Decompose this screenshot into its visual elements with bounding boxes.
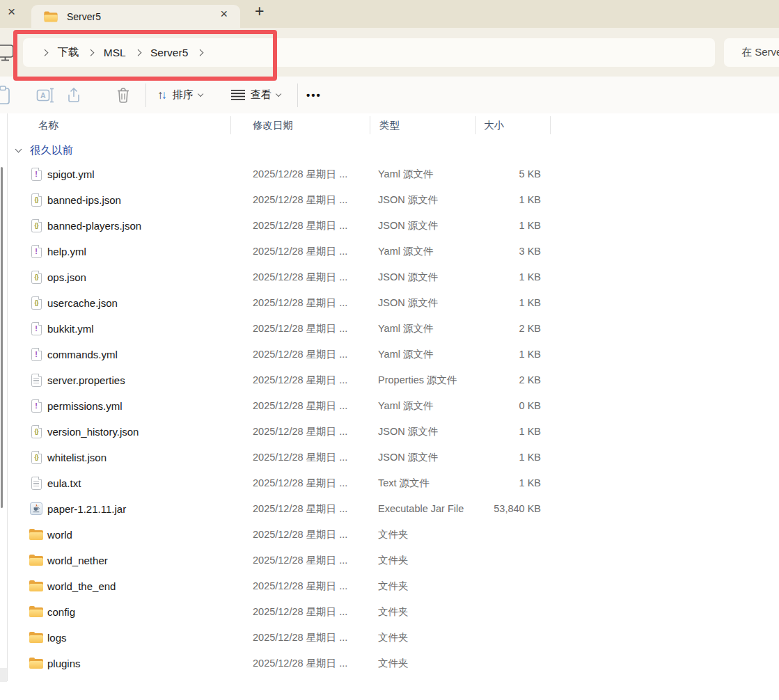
file-type: 文件夹 [378, 522, 409, 548]
search-input[interactable]: 在 Serve [724, 38, 779, 67]
file-date-modified: 2025/12/28 星期日 ... [253, 393, 347, 419]
file-size: 1 KB [475, 445, 541, 470]
close-icon[interactable]: × [8, 4, 15, 19]
file-name[interactable]: whitelist.json [47, 445, 107, 470]
tab-close-icon[interactable]: × [220, 7, 228, 22]
file-size: 1 KB [475, 470, 541, 496]
file-date-modified: 2025/12/28 星期日 ... [253, 599, 347, 625]
file-date-modified: 2025/12/28 星期日 ... [253, 573, 347, 599]
sort-button[interactable]: ↑↓ 排序 [157, 77, 203, 113]
share-button[interactable] [65, 77, 83, 113]
file-row[interactable]: !permissions.yml2025/12/28 星期日 ...Yaml 源… [0, 393, 779, 419]
file-name[interactable]: plugins [47, 651, 81, 676]
file-row[interactable]: {}banned-ips.json2025/12/28 星期日 ...JSON … [0, 187, 779, 213]
delete-button[interactable] [116, 77, 131, 113]
column-divider[interactable] [230, 116, 231, 134]
yaml-file-icon: ! [31, 399, 42, 413]
address-field[interactable]: 下载 MSL Server5 [23, 38, 715, 67]
more-options-button[interactable]: ••• [306, 77, 322, 113]
breadcrumb-server5[interactable]: Server5 [149, 47, 189, 59]
file-date-modified: 2025/12/28 星期日 ... [253, 419, 347, 445]
file-name[interactable]: server.properties [47, 367, 125, 393]
file-row[interactable]: world_the_end2025/12/28 星期日 ...文件夹 [0, 573, 779, 599]
group-label: 很久以前 [30, 143, 73, 158]
tab-server5[interactable]: Server5 × [31, 5, 240, 28]
file-row[interactable]: !bukkit.yml2025/12/28 星期日 ...Yaml 源文件2 K… [0, 316, 779, 342]
file-date-modified: 2025/12/28 星期日 ... [253, 316, 347, 342]
file-name[interactable]: ops.json [47, 264, 86, 290]
rename-button[interactable]: A [36, 77, 55, 113]
file-size: 1 KB [475, 290, 541, 316]
group-header[interactable]: 很久以前 [0, 140, 779, 161]
file-name[interactable]: world [47, 522, 72, 548]
file-name[interactable]: spigot.yml [47, 161, 95, 187]
breadcrumb-downloads[interactable]: 下载 [56, 45, 80, 60]
sort-label: 排序 [173, 88, 194, 102]
file-list-area: 名称 修改日期 类型 大小 很久以前 !spigot.yml2025/12/28… [0, 113, 779, 700]
file-size: 0 KB [475, 393, 541, 419]
paste-button[interactable] [0, 77, 13, 113]
file-size [475, 573, 541, 599]
file-name[interactable]: paper-1.21.11.jar [47, 496, 126, 522]
column-divider[interactable] [370, 116, 370, 134]
file-row[interactable]: {}banned-players.json2025/12/28 星期日 ...J… [0, 213, 779, 239]
file-row[interactable]: eula.txt2025/12/28 星期日 ...Text 源文件1 KB [0, 470, 779, 496]
file-name[interactable]: eula.txt [47, 470, 81, 496]
file-type: 文件夹 [378, 599, 409, 625]
column-divider[interactable] [475, 116, 476, 134]
file-row[interactable]: world_nether2025/12/28 星期日 ...文件夹 [0, 548, 779, 573]
file-name[interactable]: world_the_end [47, 573, 116, 599]
file-name[interactable]: config [47, 599, 75, 625]
view-lines-icon [231, 89, 245, 101]
column-header-name[interactable]: 名称 [38, 113, 58, 137]
file-size: 2 KB [475, 316, 541, 342]
column-header-size[interactable]: 大小 [484, 113, 504, 137]
file-date-modified: 2025/12/28 星期日 ... [253, 290, 347, 316]
tab-title: Server5 [67, 11, 101, 22]
file-name[interactable]: logs [47, 625, 67, 651]
file-row[interactable]: server.properties2025/12/28 星期日 ...Prope… [0, 367, 779, 393]
json-file-icon: {} [31, 296, 42, 310]
this-pc-icon[interactable] [0, 43, 15, 65]
file-size: 1 KB [475, 419, 541, 445]
file-name[interactable]: banned-players.json [47, 213, 141, 239]
file-name[interactable]: permissions.yml [47, 393, 123, 419]
file-name[interactable]: version_history.json [47, 419, 139, 445]
group-collapse-icon[interactable] [15, 145, 22, 152]
breadcrumb-msl[interactable]: MSL [102, 47, 127, 59]
file-rows: !spigot.yml2025/12/28 星期日 ...Yaml 源文件5 K… [0, 161, 779, 676]
view-button[interactable]: 查看 [231, 77, 281, 113]
file-type: JSON 源文件 [378, 290, 438, 316]
file-size [475, 599, 541, 625]
file-date-modified: 2025/12/28 星期日 ... [253, 522, 347, 548]
file-row[interactable]: {}version_history.json2025/12/28 星期日 ...… [0, 419, 779, 445]
file-row[interactable]: plugins2025/12/28 星期日 ...文件夹 [0, 651, 779, 676]
file-name[interactable]: usercache.json [47, 290, 118, 316]
file-type: JSON 源文件 [378, 445, 438, 470]
file-row[interactable]: !commands.yml2025/12/28 星期日 ...Yaml 源文件1… [0, 342, 779, 367]
file-name[interactable]: banned-ips.json [47, 187, 121, 213]
file-row[interactable]: logs2025/12/28 星期日 ...文件夹 [0, 625, 779, 651]
file-row[interactable]: world2025/12/28 星期日 ...文件夹 [0, 522, 779, 548]
column-header-type[interactable]: 类型 [379, 113, 400, 137]
file-name[interactable]: commands.yml [47, 342, 118, 367]
file-name[interactable]: bukkit.yml [47, 316, 94, 342]
file-row[interactable]: config2025/12/28 星期日 ...文件夹 [0, 599, 779, 625]
file-row[interactable]: !spigot.yml2025/12/28 星期日 ...Yaml 源文件5 K… [0, 161, 779, 187]
new-tab-button[interactable]: + [255, 2, 264, 21]
file-type: JSON 源文件 [378, 264, 438, 290]
file-name[interactable]: world_nether [47, 548, 108, 573]
toolbar-separator [145, 83, 146, 107]
file-type: JSON 源文件 [378, 187, 438, 213]
breadcrumb-chevron-icon [134, 49, 141, 56]
file-name[interactable]: help.yml [47, 239, 86, 264]
file-row[interactable]: {}usercache.json2025/12/28 星期日 ...JSON 源… [0, 290, 779, 316]
file-row[interactable]: !help.yml2025/12/28 星期日 ...Yaml 源文件3 KB [0, 239, 779, 264]
file-type: Yaml 源文件 [378, 161, 434, 187]
file-row[interactable]: paper-1.21.11.jar2025/12/28 星期日 ...Execu… [0, 496, 779, 522]
column-divider[interactable] [550, 116, 551, 134]
yaml-file-icon: ! [31, 168, 42, 181]
file-type: Yaml 源文件 [378, 342, 434, 367]
file-row[interactable]: {}whitelist.json2025/12/28 星期日 ...JSON 源… [0, 445, 779, 470]
file-row[interactable]: {}ops.json2025/12/28 星期日 ...JSON 源文件1 KB [0, 264, 779, 290]
